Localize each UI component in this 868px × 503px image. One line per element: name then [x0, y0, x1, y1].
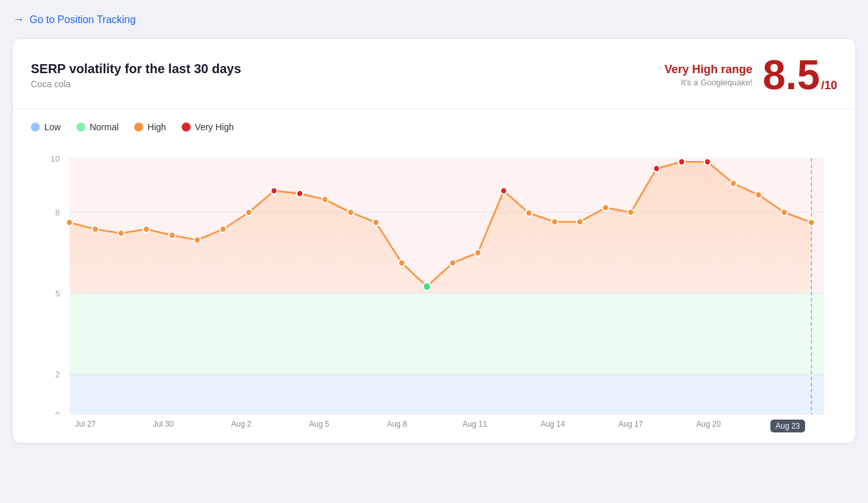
- legend-item-normal: Normal: [76, 122, 119, 132]
- chart-svg: 10 8 5 2 0: [31, 145, 837, 414]
- data-point-20: [577, 218, 583, 225]
- data-point-15: [449, 260, 456, 267]
- x-label-aug23: Aug 23: [770, 420, 805, 432]
- chart-container: 10 8 5 2 0: [31, 145, 837, 414]
- data-point-17: [500, 187, 507, 194]
- data-point-12: [373, 219, 379, 226]
- legend-item-high: High: [134, 122, 166, 132]
- score-display: 8.5 /10: [763, 55, 837, 96]
- range-info: Very High range It's a Googlequake!: [664, 63, 752, 87]
- legend-label-high: High: [148, 122, 166, 132]
- x-label-aug20: Aug 20: [693, 420, 725, 432]
- data-point-1: [92, 226, 98, 233]
- green-band: [69, 293, 824, 374]
- x-label-aug14: Aug 14: [537, 420, 569, 432]
- data-point-24: [679, 158, 685, 166]
- x-label-aug17: Aug 17: [614, 420, 647, 432]
- score-denom: /10: [821, 79, 837, 92]
- range-label: Very High range: [664, 63, 752, 76]
- data-point-18: [526, 210, 532, 217]
- header-left: SERP volatility for the last 30 days Coc…: [31, 62, 241, 89]
- blue-band: [69, 374, 824, 414]
- data-point-11: [347, 209, 354, 216]
- position-tracking-link[interactable]: → Go to Position Tracking: [13, 13, 135, 26]
- svg-text:2: 2: [55, 370, 60, 379]
- data-point-6: [220, 226, 226, 233]
- score-number: 8.5: [763, 55, 820, 96]
- legend-dot-high: [134, 123, 143, 132]
- arrow-icon: →: [13, 13, 24, 26]
- data-point-25: [704, 158, 711, 166]
- data-point-9: [297, 190, 303, 197]
- data-point-7: [246, 209, 252, 216]
- data-point-27: [755, 191, 761, 198]
- data-point-13: [399, 260, 405, 267]
- card-header: SERP volatility for the last 30 days Coc…: [13, 39, 855, 109]
- data-point-22: [627, 209, 634, 216]
- svg-text:0: 0: [55, 410, 60, 414]
- svg-text:5: 5: [55, 289, 60, 298]
- legend-dot-very-high: [182, 123, 191, 132]
- data-point-28: [781, 209, 788, 216]
- data-point-10: [322, 196, 328, 203]
- data-point-29: [808, 219, 815, 226]
- x-label-aug11: Aug 11: [459, 420, 491, 432]
- x-label-jul27: Jul 27: [69, 420, 101, 432]
- data-point-5: [194, 237, 200, 244]
- range-sub: It's a Googlequake!: [664, 78, 752, 87]
- x-label-aug5: Aug 5: [303, 420, 335, 432]
- data-point-21: [602, 204, 609, 211]
- data-point-8: [271, 187, 277, 194]
- x-label-aug2: Aug 2: [225, 420, 257, 432]
- data-point-14: [423, 282, 431, 291]
- legend-dot-low: [31, 123, 40, 132]
- x-label-aug8: Aug 8: [381, 420, 413, 432]
- data-point-23: [654, 166, 660, 173]
- data-point-3: [143, 226, 150, 233]
- legend-label-low: Low: [44, 122, 61, 132]
- legend-label-very-high: Very High: [195, 122, 234, 132]
- nav-link-label: Go to Position Tracking: [30, 14, 135, 26]
- legend-label-normal: Normal: [90, 122, 119, 132]
- legend-item-very-high: Very High: [182, 122, 234, 132]
- legend-dot-normal: [76, 123, 85, 132]
- card-title: SERP volatility for the last 30 days: [31, 62, 241, 76]
- x-axis-labels: Jul 27 Jul 30 Aug 2 Aug 5 Aug 8 Aug 11 A…: [31, 414, 837, 432]
- data-point-4: [169, 232, 175, 239]
- data-point-26: [730, 180, 736, 187]
- legend-item-low: Low: [31, 122, 61, 132]
- volatility-card: SERP volatility for the last 30 days Coc…: [13, 39, 855, 443]
- svg-text:8: 8: [55, 208, 60, 217]
- data-point-19: [551, 218, 558, 225]
- data-point-2: [118, 230, 125, 237]
- chart-section: Low Normal High Very High: [13, 109, 855, 443]
- svg-text:10: 10: [51, 154, 60, 164]
- chart-legend: Low Normal High Very High: [31, 122, 837, 132]
- card-subtitle: Coca cola: [31, 79, 241, 89]
- header-right: Very High range It's a Googlequake! 8.5 …: [664, 55, 837, 96]
- x-label-jul30: Jul 30: [147, 420, 179, 432]
- data-point-16: [474, 250, 481, 257]
- data-point-0: [66, 219, 73, 226]
